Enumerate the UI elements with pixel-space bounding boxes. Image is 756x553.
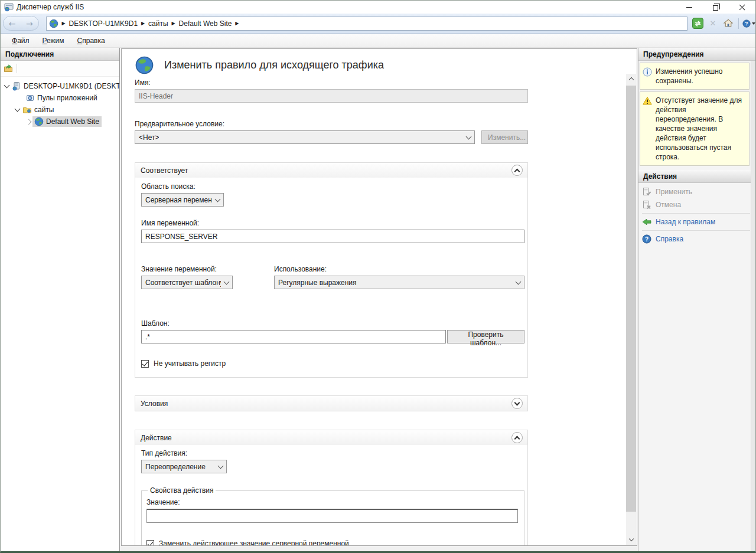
usage-label: Использование:: [274, 265, 524, 273]
expand-section-button[interactable]: [511, 398, 523, 409]
collapse-section-button[interactable]: [511, 432, 523, 443]
selected-tree-item[interactable]: Default Web Site: [32, 116, 102, 127]
tree-item-sites[interactable]: сайты: [1, 104, 119, 116]
back-to-rules-link[interactable]: Назад к правилам: [638, 215, 750, 228]
svg-text:?: ?: [745, 21, 748, 27]
menu-help[interactable]: Справка: [72, 35, 110, 46]
back-arrow-icon: [642, 217, 651, 227]
breadcrumb-separator[interactable]: [233, 21, 241, 26]
refresh-icon: [692, 18, 704, 29]
variable-value-label: Значение переменной:: [141, 265, 274, 273]
action-type-label: Тип действия:: [141, 449, 524, 457]
actions-list: Применить Отмена Назад к правилам ? Спра…: [638, 183, 755, 246]
breadcrumb-separator[interactable]: [60, 21, 68, 26]
replace-value-checkbox[interactable]: [146, 540, 154, 547]
tree-item-default-web-site[interactable]: Default Web Site: [1, 116, 119, 127]
connections-toolbar: [1, 61, 119, 77]
stop-button[interactable]: ✕: [706, 18, 719, 30]
window-title: Диспетчер служб IIS: [17, 3, 676, 11]
menu-file[interactable]: Файл: [6, 35, 35, 46]
globe-icon: [34, 117, 44, 126]
chevron-up-icon: [514, 168, 520, 174]
menu-bar: Файл Режим Справка: [1, 34, 755, 48]
usage-dropdown[interactable]: Регулярные выражения: [274, 276, 524, 289]
restore-button[interactable]: [702, 1, 729, 14]
connections-header: Подключения: [1, 48, 119, 61]
action-section: Действие Тип действия: Переопределение С…: [135, 430, 528, 546]
home-icon: [723, 18, 734, 28]
svg-text:?: ?: [645, 236, 649, 243]
actions-separator: [642, 213, 750, 214]
variable-value-value: Соответствует шаблону: [145, 279, 221, 287]
vertical-scrollbar[interactable]: [626, 74, 636, 545]
server-icon: [12, 81, 21, 91]
variable-name-label: Имя переменной:: [141, 219, 524, 227]
precondition-dropdown[interactable]: <Нет>: [135, 130, 475, 144]
variable-name-input[interactable]: [141, 230, 524, 243]
conditions-section: Условия: [135, 395, 528, 411]
connections-pane: Подключения DESKTOP-U1MK9D1 (DESKTOI Пул…: [1, 48, 120, 551]
refresh-button[interactable]: [691, 18, 704, 30]
collapse-chevron-icon[interactable]: [15, 106, 21, 112]
minimize-icon: [686, 7, 692, 8]
minimize-button[interactable]: [676, 1, 702, 14]
ignore-case-checkbox[interactable]: [141, 360, 149, 368]
scrollbar-thumb[interactable]: [626, 86, 636, 512]
tree-item-server[interactable]: DESKTOP-U1MK9D1 (DESKTOI: [1, 80, 119, 92]
cancel-action[interactable]: Отмена: [638, 198, 750, 211]
forward-button[interactable]: →: [26, 19, 33, 28]
toolbar-separator: [17, 64, 17, 73]
chevron-down-icon: [516, 279, 522, 284]
apply-action[interactable]: Применить: [638, 185, 750, 198]
tree-item-app-pools[interactable]: Пулы приложений: [1, 92, 119, 104]
back-button[interactable]: ←: [9, 19, 16, 28]
action-value-input[interactable]: [146, 509, 518, 523]
breadcrumb-separator[interactable]: [170, 21, 178, 26]
replace-value-label: Заменить действующее значение серверной …: [159, 539, 349, 546]
rule-name-input[interactable]: [135, 89, 528, 103]
conditions-section-header[interactable]: Условия: [135, 396, 527, 411]
collapse-section-button[interactable]: [511, 165, 523, 176]
match-section-header[interactable]: Соответствует: [135, 163, 527, 178]
value-label: Значение:: [146, 498, 518, 506]
test-pattern-button[interactable]: Проверить шаблон...: [447, 330, 524, 343]
pattern-input[interactable]: [141, 330, 446, 343]
alert-text: Изменения успешно сохранены.: [656, 67, 747, 86]
apply-icon: [642, 187, 651, 197]
tree-item-label: Default Web Site: [46, 117, 99, 126]
close-icon: [739, 4, 745, 11]
info-icon: [643, 67, 652, 77]
edit-precondition-button[interactable]: Изменить...: [481, 130, 528, 144]
scope-label: Область поиска:: [141, 182, 524, 191]
scroll-down-button[interactable]: [626, 535, 636, 545]
action-type-dropdown[interactable]: Переопределение: [141, 460, 227, 473]
breadcrumb-server[interactable]: DESKTOP-U1MK9D1: [68, 19, 139, 28]
chevron-up-icon: [628, 77, 633, 82]
home-button[interactable]: [722, 18, 735, 30]
action-section-header[interactable]: Действие: [135, 430, 527, 445]
match-section: Соответствует Область поиска: Серверная …: [135, 162, 528, 378]
actions-pane: Предупреждения Изменения успешно сохране…: [638, 48, 755, 551]
conditions-section-title: Условия: [141, 400, 168, 408]
scope-dropdown[interactable]: Серверная переменн: [141, 193, 224, 207]
create-connection-icon[interactable]: [4, 64, 13, 73]
scroll-up-button[interactable]: [626, 74, 636, 84]
tree-item-label: Пулы приложений: [37, 94, 97, 102]
menu-mode[interactable]: Режим: [37, 35, 70, 46]
pattern-label: Шаблон:: [141, 319, 524, 328]
tree-item-label: DESKTOP-U1MK9D1 (DESKTOI: [24, 82, 119, 90]
expand-chevron-icon[interactable]: [26, 119, 32, 125]
collapse-chevron-icon[interactable]: [4, 83, 10, 89]
sites-folder-icon: [22, 105, 32, 114]
chevron-down-icon: [466, 133, 472, 139]
breadcrumb-sites[interactable]: сайты: [147, 19, 170, 28]
breadcrumb-default-web-site[interactable]: Default Web Site: [178, 19, 233, 28]
help-button[interactable]: ?: [742, 18, 755, 30]
variable-value-dropdown[interactable]: Соответствует шаблону: [141, 276, 233, 289]
chevron-down-icon: [224, 279, 230, 284]
breadcrumb[interactable]: DESKTOP-U1MK9D1 сайты Default Web Site: [46, 17, 687, 31]
help-link[interactable]: ? Справка: [638, 233, 750, 246]
actions-pane-scrollbar[interactable]: [751, 61, 755, 551]
close-button[interactable]: [729, 1, 755, 14]
breadcrumb-separator[interactable]: [139, 21, 147, 26]
